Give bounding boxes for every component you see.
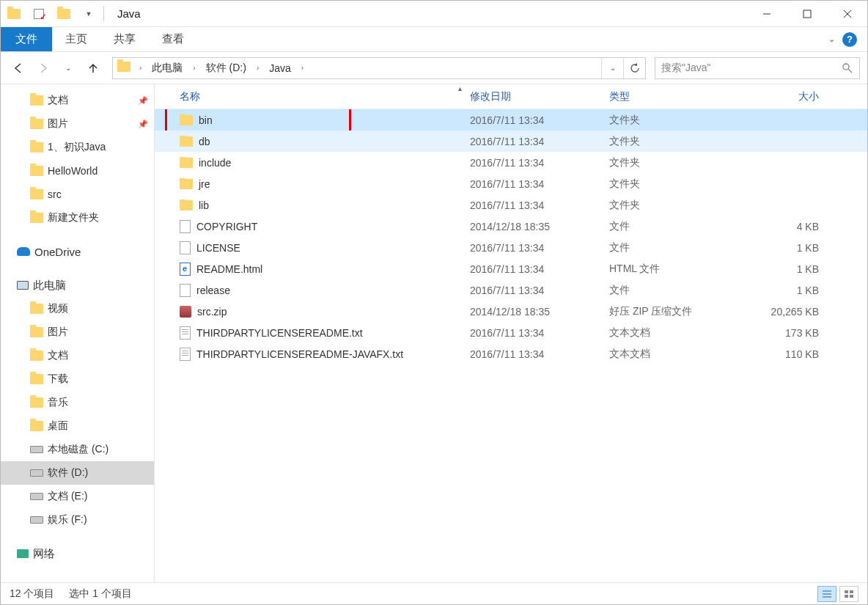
file-type: 文件夹 [603,135,741,148]
sidebar-item[interactable]: 视频 [1,297,154,320]
sidebar-item[interactable]: 桌面 [1,414,154,438]
sidebar-item[interactable]: 文档 [1,344,154,367]
file-row[interactable]: lib2016/7/11 13:34文件夹 [155,194,867,216]
file-type: 文件夹 [603,177,741,191]
file-row[interactable]: include2016/7/11 13:34文件夹 [155,152,867,173]
sidebar-item-label: 此电脑 [33,279,66,293]
sidebar-item[interactable]: HelloWorld [1,159,154,183]
tab-file[interactable]: 文件 [1,27,52,51]
ribbon-expand-icon[interactable]: ⌄ [828,34,835,44]
sidebar-item[interactable]: 下载 [1,367,154,391]
drive-icon [30,446,43,453]
net-icon [17,549,29,558]
file-row[interactable]: db2016/7/11 13:34文件夹 [155,131,867,152]
file-icon [180,284,191,297]
file-size: 1 KB [741,242,836,254]
sidebar-item[interactable]: 1、初识Java [1,136,154,159]
help-icon[interactable]: ? [842,32,857,47]
address-bar[interactable]: › 此电脑 › 软件 (D:) › Java › ⌄ [112,57,646,79]
breadcrumb-drive[interactable]: 软件 (D:) [202,60,251,76]
sidebar-item[interactable]: 软件 (D:) [1,461,154,485]
sidebar-item-label: 桌面 [48,419,68,433]
view-details-button[interactable] [817,586,836,602]
html-icon [180,263,191,276]
sidebar-item[interactable]: 娱乐 (F:) [1,508,154,532]
qat-properties-icon[interactable]: ✓ [30,5,48,23]
file-row[interactable]: release2016/7/11 13:34文件1 KB [155,279,867,301]
minimize-button[interactable] [746,1,787,27]
sidebar-item[interactable]: 此电脑 [1,274,154,297]
close-button[interactable] [827,1,867,27]
back-button[interactable] [8,58,29,78]
sidebar-item[interactable]: OneDrive [1,240,154,263]
sidebar-item-label: 下载 [48,373,68,386]
title-bar: ✓ ▼ Java [1,1,867,27]
file-row[interactable]: src.zip2014/12/18 18:35好压 ZIP 压缩文件20,265… [155,301,867,322]
sidebar-item-label: 文档 [48,349,68,362]
sidebar-item[interactable]: 音乐 [1,391,154,414]
breadcrumb-sep[interactable]: › [252,62,263,73]
folder-icon [30,351,43,361]
file-size: 1 KB [741,263,836,275]
file-name: db [199,136,210,147]
sidebar-item-label: src [48,188,62,200]
txt-icon [180,326,191,340]
column-header-name[interactable]: 名称 [165,87,464,106]
sidebar-item-label: 1、初识Java [48,141,106,154]
folder-icon [117,62,130,75]
folder-icon [30,327,43,337]
tab-share[interactable]: 共享 [100,27,149,51]
view-icons-button[interactable] [839,586,858,602]
file-icon [180,220,191,233]
breadcrumb-folder[interactable]: Java [265,61,295,76]
breadcrumb-thispc[interactable]: 此电脑 [147,60,187,76]
sidebar-item[interactable]: 网络 [1,542,154,565]
sidebar-item[interactable]: 文档📌 [1,89,154,112]
forward-button[interactable] [33,58,54,78]
sidebar-item[interactable]: 本地磁盘 (C:) [1,438,154,461]
folder-icon [30,142,43,153]
tab-home[interactable]: 主页 [52,27,100,51]
onedrive-icon [17,247,30,256]
file-date: 2016/7/11 13:34 [464,157,603,169]
column-header-size[interactable]: 大小 [741,87,836,106]
file-type: 好压 ZIP 压缩文件 [603,305,741,318]
file-date: 2016/7/11 13:34 [464,178,603,190]
breadcrumb-sep[interactable]: › [188,62,199,73]
breadcrumb-sep[interactable]: › [135,62,146,73]
sidebar-item[interactable]: 文档 (E:) [1,485,154,508]
navigation-pane: 文档📌图片📌1、初识JavaHelloWorldsrc新建文件夹OneDrive… [1,84,155,582]
file-row[interactable]: THIRDPARTYLICENSEREADME-JAVAFX.txt2016/7… [155,343,867,364]
sidebar-item[interactable]: src [1,183,154,206]
breadcrumb-sep[interactable]: › [297,62,308,73]
qat-new-folder-icon[interactable] [55,5,73,23]
file-name: README.html [196,263,262,275]
file-row[interactable]: THIRDPARTYLICENSEREADME.txt2016/7/11 13:… [155,322,867,343]
up-button[interactable] [83,58,103,78]
file-type: 文本文档 [603,348,741,361]
sidebar-item[interactable]: 图片📌 [1,112,154,136]
file-row[interactable]: jre2016/7/11 13:34文件夹 [155,173,867,194]
column-header-date[interactable]: 修改日期 [464,87,603,106]
tab-view[interactable]: 查看 [149,27,197,51]
file-date: 2014/12/18 18:35 [464,306,603,318]
pin-icon: 📌 [138,96,148,106]
maximize-button[interactable] [787,1,827,27]
status-selection: 选中 1 个项目 [69,587,132,601]
file-row[interactable]: bin2016/7/11 13:34文件夹 [155,109,867,131]
sidebar-item[interactable]: 图片 [1,320,154,344]
sidebar-item-label: 本地磁盘 (C:) [48,443,108,456]
file-name: jre [199,178,210,190]
file-date: 2014/12/18 18:35 [464,221,603,232]
search-input[interactable]: 搜索"Java" [655,57,860,79]
file-row[interactable]: LICENSE2016/7/11 13:34文件1 KB [155,237,867,258]
sidebar-item[interactable]: 新建文件夹 [1,206,154,230]
qat-dropdown-icon[interactable]: ▼ [80,5,98,23]
address-dropdown-icon[interactable]: ⌄ [601,58,623,78]
file-row[interactable]: COPYRIGHT2014/12/18 18:35文件4 KB [155,216,867,237]
recent-dropdown-icon[interactable]: ⌄ [58,58,78,78]
refresh-button[interactable] [623,58,645,78]
file-name: lib [199,199,209,211]
file-row[interactable]: README.html2016/7/11 13:34HTML 文件1 KB [155,258,867,279]
column-header-type[interactable]: 类型 [603,87,741,106]
